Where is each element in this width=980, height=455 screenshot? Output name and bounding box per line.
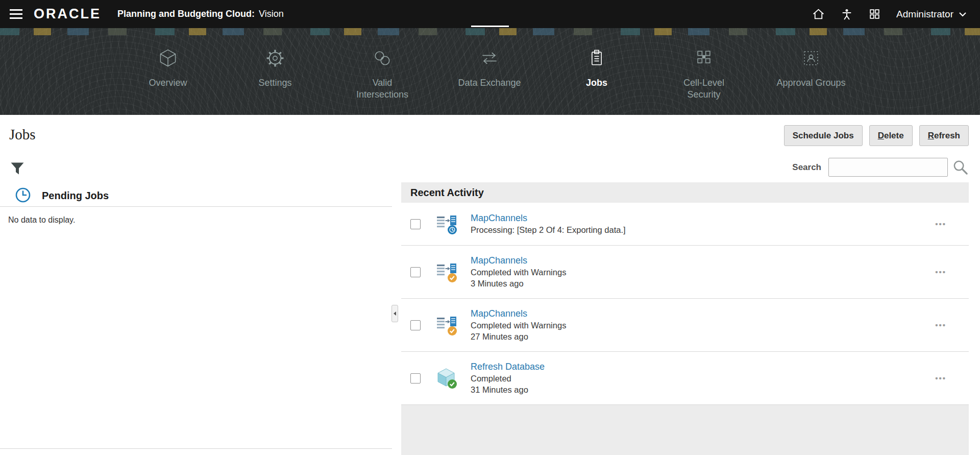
mosaic-decoration — [0, 28, 980, 35]
row-actions-ellipsis-icon[interactable]: ••• — [935, 268, 946, 276]
nav-item-valid-intersections[interactable]: Valid Intersections — [329, 47, 436, 100]
pending-jobs-title: Pending Jobs — [42, 190, 109, 202]
row-actions-ellipsis-icon[interactable]: ••• — [935, 220, 946, 228]
pending-clock-icon — [14, 186, 32, 206]
accessibility-icon[interactable] — [841, 8, 853, 20]
user-menu[interactable]: Administrator — [896, 9, 968, 20]
row-checkbox[interactable] — [410, 320, 421, 330]
nav-label: Overview — [149, 77, 187, 89]
refresh-button[interactable]: Refresh — [919, 125, 969, 146]
job-status: Processing: [Step 2 Of 4: Exporting data… — [471, 225, 626, 235]
row-checkbox[interactable] — [410, 267, 421, 277]
map-job-icon — [435, 212, 458, 236]
gear-icon — [264, 47, 286, 69]
job-status: Completed with Warnings — [471, 268, 566, 277]
app-window: ORACLE Planning and Budgeting Cloud:Visi… — [0, 0, 980, 455]
nav-item-settings[interactable]: Settings — [222, 47, 329, 100]
cube-icon — [157, 47, 179, 69]
database-cube-icon — [435, 367, 458, 390]
search-icon[interactable] — [952, 159, 969, 176]
schedule-jobs-button[interactable]: Schedule Jobs — [784, 125, 863, 146]
row-actions-ellipsis-icon[interactable]: ••• — [935, 321, 946, 329]
product-name: Planning and Budgeting Cloud: — [117, 9, 255, 19]
chevron-down-icon — [958, 9, 968, 19]
job-name-link[interactable]: MapChannels — [471, 255, 566, 266]
activity-row[interactable]: MapChannels Processing: [Step 2 Of 4: Ex… — [401, 203, 969, 246]
map-job-icon — [435, 260, 458, 284]
app-context: Vision — [259, 9, 284, 19]
search-input[interactable] — [828, 158, 948, 177]
row-actions-ellipsis-icon[interactable]: ••• — [935, 374, 946, 382]
home-icon[interactable] — [812, 7, 825, 21]
row-checkbox[interactable] — [410, 373, 421, 384]
activity-row[interactable]: Refresh Database Completed 31 Minutes ag… — [401, 352, 969, 405]
activity-row[interactable]: MapChannels Completed with Warnings 27 M… — [401, 299, 969, 352]
cell-security-icon — [693, 47, 715, 69]
cluster-nav-ribbon: Overview Settings Valid Intersections Da… — [0, 28, 980, 115]
jobs-page: Jobs Schedule Jobs Delete Refresh Search… — [0, 115, 980, 455]
page-title: Jobs — [9, 126, 36, 143]
topbar-indicator — [471, 26, 509, 27]
approval-groups-icon — [800, 47, 822, 69]
activity-row[interactable]: MapChannels Completed with Warnings 3 Mi… — [401, 246, 969, 299]
nav-item-data-exchange[interactable]: Data Exchange — [436, 47, 543, 100]
job-time: 31 Minutes ago — [471, 385, 545, 395]
job-status: Completed with Warnings — [471, 321, 566, 330]
user-name: Administrator — [896, 9, 953, 20]
intersections-icon — [372, 47, 393, 69]
job-name-link[interactable]: MapChannels — [471, 308, 566, 319]
filter-icon[interactable] — [10, 162, 24, 175]
panel-splitter[interactable] — [391, 305, 398, 322]
nav-label: Jobs — [586, 77, 607, 89]
job-name-link[interactable]: Refresh Database — [471, 362, 545, 372]
oracle-logo: ORACLE — [34, 6, 101, 22]
nav-label: Settings — [258, 77, 291, 89]
recent-activity-title: Recent Activity — [401, 182, 969, 203]
delete-button[interactable]: Delete — [869, 125, 913, 146]
map-job-icon — [435, 314, 458, 337]
pending-panel-divider — [0, 448, 392, 449]
job-status: Completed — [471, 374, 545, 384]
recent-activity-panel: Recent Activity MapChannels Processing: … — [401, 182, 969, 455]
pending-jobs-header: Pending Jobs — [0, 185, 392, 207]
search-bar: Search — [792, 158, 969, 177]
nav-item-jobs[interactable]: Jobs — [543, 47, 650, 100]
nav-label: Data Exchange — [458, 77, 521, 89]
jobs-clipboard-icon — [586, 47, 607, 69]
job-time: 27 Minutes ago — [471, 332, 566, 342]
nav-label: Cell-Level Security — [668, 77, 740, 100]
nav-label: Approval Groups — [776, 77, 845, 89]
nav-item-overview[interactable]: Overview — [114, 47, 222, 100]
product-title: Planning and Budgeting Cloud:Vision — [117, 9, 284, 19]
collapse-left-arrow-icon — [394, 312, 396, 316]
job-time: 3 Minutes ago — [471, 279, 566, 289]
exchange-arrows-icon — [479, 47, 500, 69]
app-navigator-waffle-icon[interactable] — [868, 8, 881, 20]
job-name-link[interactable]: MapChannels — [471, 213, 626, 224]
nav-label: Valid Intersections — [347, 77, 418, 100]
top-bar: ORACLE Planning and Budgeting Cloud:Visi… — [0, 0, 980, 28]
nav-item-cell-level-security[interactable]: Cell-Level Security — [650, 47, 757, 100]
page-actions: Schedule Jobs Delete Refresh — [784, 125, 969, 146]
row-checkbox[interactable] — [410, 219, 421, 229]
empty-message: No data to display. — [0, 207, 392, 225]
search-label: Search — [792, 162, 821, 173]
hamburger-menu-icon[interactable] — [0, 0, 32, 28]
pending-jobs-panel: Pending Jobs No data to display. — [0, 185, 392, 225]
nav-item-approval-groups[interactable]: Approval Groups — [757, 47, 865, 100]
